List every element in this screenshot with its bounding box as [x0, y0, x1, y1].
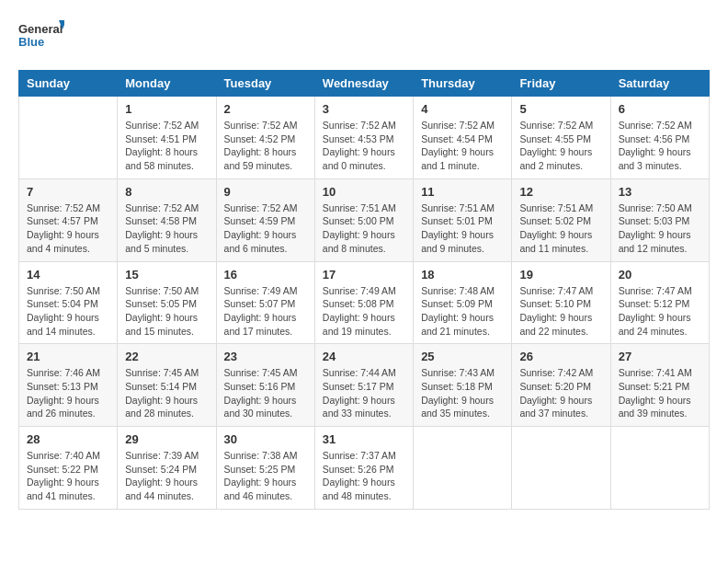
- day-number: 11: [421, 185, 504, 199]
- weekday-tuesday: Tuesday: [216, 71, 314, 97]
- day-cell: 5Sunrise: 7:52 AM Sunset: 4:55 PM Daylig…: [512, 97, 610, 179]
- day-info: Sunrise: 7:51 AM Sunset: 5:00 PM Dayligh…: [323, 201, 405, 256]
- day-info: Sunrise: 7:47 AM Sunset: 5:12 PM Dayligh…: [619, 284, 701, 339]
- day-cell: 4Sunrise: 7:52 AM Sunset: 4:54 PM Daylig…: [414, 97, 512, 179]
- day-number: 12: [519, 185, 602, 199]
- day-cell: 28Sunrise: 7:40 AM Sunset: 5:22 PM Dayli…: [19, 427, 118, 510]
- day-cell: 27Sunrise: 7:41 AM Sunset: 5:21 PM Dayli…: [610, 344, 709, 427]
- day-number: 7: [27, 185, 109, 199]
- day-cell: [610, 427, 709, 510]
- calendar-table: SundayMondayTuesdayWednesdayThursdayFrid…: [18, 70, 710, 510]
- day-info: Sunrise: 7:44 AM Sunset: 5:17 PM Dayligh…: [323, 366, 405, 420]
- logo-svg: General Blue: [18, 18, 64, 55]
- day-number: 1: [125, 102, 208, 116]
- day-info: Sunrise: 7:50 AM Sunset: 5:04 PM Dayligh…: [27, 284, 109, 339]
- day-cell: 11Sunrise: 7:51 AM Sunset: 5:01 PM Dayli…: [414, 178, 512, 261]
- day-number: 27: [619, 350, 701, 363]
- week-row-2: 7Sunrise: 7:52 AM Sunset: 4:57 PM Daylig…: [19, 178, 710, 261]
- day-cell: 16Sunrise: 7:49 AM Sunset: 5:07 PM Dayli…: [216, 261, 314, 344]
- day-cell: 10Sunrise: 7:51 AM Sunset: 5:00 PM Dayli…: [314, 178, 413, 261]
- day-info: Sunrise: 7:52 AM Sunset: 4:56 PM Dayligh…: [619, 119, 701, 173]
- day-cell: 26Sunrise: 7:42 AM Sunset: 5:20 PM Dayli…: [512, 344, 610, 427]
- day-cell: 18Sunrise: 7:48 AM Sunset: 5:09 PM Dayli…: [414, 261, 512, 344]
- day-cell: [19, 97, 118, 179]
- weekday-monday: Monday: [118, 71, 216, 97]
- weekday-friday: Friday: [512, 71, 610, 97]
- day-info: Sunrise: 7:52 AM Sunset: 4:54 PM Dayligh…: [421, 119, 504, 173]
- day-cell: 30Sunrise: 7:38 AM Sunset: 5:25 PM Dayli…: [216, 427, 314, 510]
- day-info: Sunrise: 7:50 AM Sunset: 5:03 PM Dayligh…: [619, 201, 701, 256]
- day-number: 16: [224, 268, 307, 282]
- day-cell: 24Sunrise: 7:44 AM Sunset: 5:17 PM Dayli…: [314, 344, 413, 427]
- day-number: 5: [519, 102, 602, 116]
- day-info: Sunrise: 7:51 AM Sunset: 5:01 PM Dayligh…: [421, 201, 504, 256]
- day-cell: 3Sunrise: 7:52 AM Sunset: 4:53 PM Daylig…: [314, 97, 413, 179]
- day-number: 14: [27, 268, 109, 282]
- weekday-sunday: Sunday: [19, 71, 118, 97]
- day-number: 20: [619, 268, 701, 282]
- day-cell: 29Sunrise: 7:39 AM Sunset: 5:24 PM Dayli…: [118, 427, 216, 510]
- day-info: Sunrise: 7:45 AM Sunset: 5:14 PM Dayligh…: [125, 366, 208, 420]
- day-number: 13: [619, 185, 701, 199]
- day-number: 22: [125, 350, 208, 363]
- day-number: 4: [421, 102, 504, 116]
- day-cell: 23Sunrise: 7:45 AM Sunset: 5:16 PM Dayli…: [216, 344, 314, 427]
- day-info: Sunrise: 7:39 AM Sunset: 5:24 PM Dayligh…: [125, 449, 208, 503]
- day-info: Sunrise: 7:43 AM Sunset: 5:18 PM Dayligh…: [421, 366, 504, 420]
- week-row-5: 28Sunrise: 7:40 AM Sunset: 5:22 PM Dayli…: [19, 427, 710, 510]
- day-info: Sunrise: 7:47 AM Sunset: 5:10 PM Dayligh…: [519, 284, 602, 339]
- weekday-thursday: Thursday: [414, 71, 512, 97]
- day-number: 26: [519, 350, 602, 363]
- day-number: 23: [224, 350, 307, 363]
- page-header: General Blue: [18, 18, 710, 55]
- day-cell: [512, 427, 610, 510]
- day-number: 29: [125, 432, 208, 446]
- day-info: Sunrise: 7:52 AM Sunset: 4:57 PM Dayligh…: [27, 201, 109, 256]
- day-number: 24: [323, 350, 405, 363]
- day-cell: 9Sunrise: 7:52 AM Sunset: 4:59 PM Daylig…: [216, 178, 314, 261]
- day-cell: [414, 427, 512, 510]
- day-cell: 31Sunrise: 7:37 AM Sunset: 5:26 PM Dayli…: [314, 427, 413, 510]
- day-number: 3: [323, 102, 405, 116]
- day-info: Sunrise: 7:48 AM Sunset: 5:09 PM Dayligh…: [421, 284, 504, 339]
- weekday-header-row: SundayMondayTuesdayWednesdayThursdayFrid…: [19, 71, 710, 97]
- day-number: 10: [323, 185, 405, 199]
- day-cell: 21Sunrise: 7:46 AM Sunset: 5:13 PM Dayli…: [19, 344, 118, 427]
- day-info: Sunrise: 7:46 AM Sunset: 5:13 PM Dayligh…: [27, 366, 109, 420]
- day-info: Sunrise: 7:41 AM Sunset: 5:21 PM Dayligh…: [619, 366, 701, 420]
- week-row-4: 21Sunrise: 7:46 AM Sunset: 5:13 PM Dayli…: [19, 344, 710, 427]
- day-number: 9: [224, 185, 307, 199]
- day-cell: 25Sunrise: 7:43 AM Sunset: 5:18 PM Dayli…: [414, 344, 512, 427]
- day-cell: 6Sunrise: 7:52 AM Sunset: 4:56 PM Daylig…: [610, 97, 709, 179]
- day-number: 19: [519, 268, 602, 282]
- logo: General Blue: [18, 18, 64, 55]
- day-info: Sunrise: 7:49 AM Sunset: 5:07 PM Dayligh…: [224, 284, 307, 339]
- day-cell: 19Sunrise: 7:47 AM Sunset: 5:10 PM Dayli…: [512, 261, 610, 344]
- day-info: Sunrise: 7:49 AM Sunset: 5:08 PM Dayligh…: [323, 284, 405, 339]
- day-cell: 20Sunrise: 7:47 AM Sunset: 5:12 PM Dayli…: [610, 261, 709, 344]
- week-row-1: 1Sunrise: 7:52 AM Sunset: 4:51 PM Daylig…: [19, 97, 710, 179]
- day-cell: 14Sunrise: 7:50 AM Sunset: 5:04 PM Dayli…: [19, 261, 118, 344]
- day-info: Sunrise: 7:52 AM Sunset: 4:55 PM Dayligh…: [519, 119, 602, 173]
- day-cell: 22Sunrise: 7:45 AM Sunset: 5:14 PM Dayli…: [118, 344, 216, 427]
- day-info: Sunrise: 7:45 AM Sunset: 5:16 PM Dayligh…: [224, 366, 307, 420]
- day-number: 21: [27, 350, 109, 363]
- day-number: 18: [421, 268, 504, 282]
- week-row-3: 14Sunrise: 7:50 AM Sunset: 5:04 PM Dayli…: [19, 261, 710, 344]
- day-number: 8: [125, 185, 208, 199]
- day-info: Sunrise: 7:40 AM Sunset: 5:22 PM Dayligh…: [27, 449, 109, 503]
- day-cell: 1Sunrise: 7:52 AM Sunset: 4:51 PM Daylig…: [118, 97, 216, 179]
- weekday-wednesday: Wednesday: [314, 71, 413, 97]
- day-info: Sunrise: 7:37 AM Sunset: 5:26 PM Dayligh…: [323, 449, 405, 503]
- day-cell: 17Sunrise: 7:49 AM Sunset: 5:08 PM Dayli…: [314, 261, 413, 344]
- day-number: 30: [224, 432, 307, 446]
- day-cell: 15Sunrise: 7:50 AM Sunset: 5:05 PM Dayli…: [118, 261, 216, 344]
- day-number: 31: [323, 432, 405, 446]
- day-cell: 12Sunrise: 7:51 AM Sunset: 5:02 PM Dayli…: [512, 178, 610, 261]
- day-info: Sunrise: 7:42 AM Sunset: 5:20 PM Dayligh…: [519, 366, 602, 420]
- day-info: Sunrise: 7:52 AM Sunset: 4:53 PM Dayligh…: [323, 119, 405, 173]
- calendar-body: 1Sunrise: 7:52 AM Sunset: 4:51 PM Daylig…: [19, 97, 710, 510]
- day-number: 2: [224, 102, 307, 116]
- day-cell: 13Sunrise: 7:50 AM Sunset: 5:03 PM Dayli…: [610, 178, 709, 261]
- day-number: 28: [27, 432, 109, 446]
